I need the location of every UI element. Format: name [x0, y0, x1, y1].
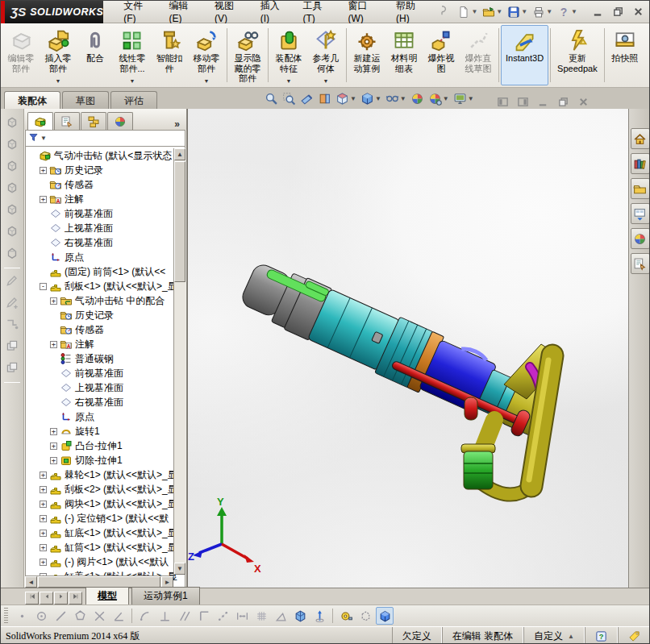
expand-icon[interactable]: +	[40, 472, 47, 479]
doc-minimize-button[interactable]	[536, 95, 550, 109]
corner-snap-button[interactable]	[194, 607, 212, 625]
new-motion-study-button[interactable]: 新建运 动算例	[348, 25, 385, 85]
view-palette-button[interactable]	[631, 203, 650, 224]
tree-item[interactable]: +刮板<2> (默认<<默认>_显	[26, 482, 185, 497]
expand-icon[interactable]: +	[40, 515, 47, 522]
sketch-points-snap-button[interactable]	[214, 607, 231, 625]
copy-button[interactable]	[5, 339, 19, 355]
home-button[interactable]	[631, 128, 650, 149]
scroll-right-button[interactable]: ►	[161, 576, 173, 588]
tree-item[interactable]: +旋转1	[26, 424, 185, 438]
minimize-button[interactable]	[590, 5, 606, 19]
dropdown-arrow[interactable]: ▼	[56, 78, 61, 84]
pane-left-button[interactable]	[496, 95, 510, 109]
tree-item[interactable]: (固定) 前筒<1> (默认<<	[26, 264, 185, 279]
tree-item[interactable]: 传感器	[26, 322, 185, 337]
view-cube-button[interactable]	[5, 202, 19, 219]
view-corner-button[interactable]	[5, 246, 19, 263]
expand-icon[interactable]: +	[40, 167, 47, 174]
dropdown-arrow[interactable]: ▼	[546, 8, 552, 15]
move-axis-button[interactable]	[310, 607, 328, 625]
tree-item[interactable]: 普通碳钢	[26, 351, 185, 366]
model-3d-view[interactable]: Y Z X	[188, 109, 628, 588]
zoom-area-button[interactable]	[281, 91, 297, 106]
parallel-snap-button[interactable]	[175, 607, 193, 625]
tree-item[interactable]: 前视基准面	[26, 366, 185, 380]
iso-cube-button[interactable]	[291, 607, 309, 625]
dropdown-arrow[interactable]: ▼	[204, 78, 210, 84]
sketch-add-button[interactable]	[5, 295, 19, 312]
smart-fasteners-button[interactable]: 智能扣 件	[151, 25, 188, 85]
dropdown-arrow[interactable]: ▼	[400, 95, 406, 102]
show-hidden-components-button[interactable]: 显示隐 藏的零 部件	[229, 25, 266, 85]
dropdown-arrow[interactable]: ▼	[443, 95, 449, 102]
assembly-features-button[interactable]: 装配体 特征▼	[270, 25, 307, 85]
restore-button[interactable]	[610, 5, 626, 19]
zoom-selection-button[interactable]	[299, 91, 315, 106]
dropdown-arrow[interactable]: ▼	[375, 95, 381, 102]
close-button[interactable]	[631, 5, 646, 19]
perpendicular-snap-button[interactable]	[156, 607, 173, 625]
tree-item[interactable]: +历史记录	[26, 163, 185, 177]
view-cube-button[interactable]	[5, 115, 19, 132]
center-snap-button[interactable]	[32, 607, 50, 625]
dropdown-arrow[interactable]: ▼	[323, 78, 329, 84]
measure-tape-button[interactable]	[337, 607, 355, 625]
tab-prev-button[interactable]	[40, 592, 53, 605]
print-button[interactable]: ▼	[531, 5, 554, 19]
expand-icon[interactable]: +	[40, 486, 47, 493]
model-tab-运动算例1[interactable]: 运动算例1	[131, 587, 200, 605]
grid-snap-button[interactable]	[252, 607, 270, 625]
view-settings-button[interactable]: ▼	[452, 91, 475, 106]
tree-item[interactable]: +A注解	[26, 337, 185, 351]
expand-icon[interactable]: +	[50, 428, 57, 435]
pin-icon[interactable]	[436, 5, 448, 19]
dropdown-arrow[interactable]: ▼	[468, 95, 474, 102]
open-file-button[interactable]: ▼	[481, 5, 504, 19]
tree-item[interactable]: +缸筒<1> (默认<<默认>_显	[26, 540, 185, 555]
angle-line-snap-button[interactable]	[110, 607, 127, 625]
dropdown-arrow[interactable]: ▼	[130, 78, 135, 84]
panel-tab-configurationmanager[interactable]	[81, 112, 106, 130]
tree-item[interactable]: 上视基准面	[26, 380, 185, 395]
view-cube-button[interactable]	[5, 137, 19, 154]
update-speedpak-button[interactable]: 更新 Speedpak	[552, 25, 602, 85]
tree-item[interactable]: 右视基准面	[26, 395, 185, 409]
sketch-button[interactable]	[5, 273, 19, 290]
exploded-view-button[interactable]: 爆炸视 图	[423, 25, 460, 85]
panel-tab-propertymanager[interactable]	[54, 112, 80, 130]
view-cube-button[interactable]	[5, 224, 19, 241]
insert-component-button[interactable]: 插入零 部件▼	[40, 25, 77, 85]
tag-button[interactable]	[618, 627, 650, 644]
doc-restore-button[interactable]	[556, 95, 570, 109]
linear-component-pattern-button[interactable]: 线性零 部件...▼	[114, 25, 151, 85]
expand-icon[interactable]: +	[40, 544, 47, 551]
tree-item[interactable]: 传感器	[26, 177, 185, 192]
expand-icon[interactable]: +	[50, 297, 57, 305]
tab-草图[interactable]: 草图	[62, 91, 109, 109]
view-cube-button[interactable]	[5, 181, 19, 197]
scroll-thumb[interactable]	[174, 161, 185, 282]
tree-item[interactable]: +切除-拉伸1	[26, 453, 185, 467]
dropdown-arrow[interactable]: ▼	[521, 8, 527, 15]
reference-geometry-button[interactable]: 参考几 何体▼	[307, 25, 344, 85]
wireframe-box-button[interactable]	[356, 607, 374, 625]
file-explorer-button[interactable]	[631, 178, 650, 199]
shaded-box-button[interactable]	[376, 607, 394, 625]
tree-item[interactable]: 气动冲击钻 (默认<显示状态	[26, 148, 185, 163]
dropdown-up-arrow[interactable]: ▲	[568, 633, 574, 640]
dropdown-arrow[interactable]: ▼	[496, 8, 502, 15]
mate-button[interactable]: 配合	[77, 25, 114, 85]
quick-tip-button[interactable]: ?	[585, 627, 618, 644]
tree-item[interactable]: +气动冲击钻 中的配合	[26, 293, 185, 308]
view-orientation-button[interactable]: ▼	[335, 91, 357, 106]
design-library-button[interactable]	[631, 153, 650, 174]
pane-right-button[interactable]	[516, 95, 530, 109]
section-view-button[interactable]	[317, 91, 332, 106]
expand-icon[interactable]: +	[40, 530, 47, 537]
point-snap-button[interactable]	[13, 607, 31, 625]
appearances-button[interactable]	[631, 228, 650, 249]
drill-barrel[interactable]	[235, 254, 557, 443]
tree-item[interactable]: -刮板<1> (默认<<默认>_显	[26, 279, 185, 293]
expand-icon[interactable]: +	[40, 196, 47, 203]
